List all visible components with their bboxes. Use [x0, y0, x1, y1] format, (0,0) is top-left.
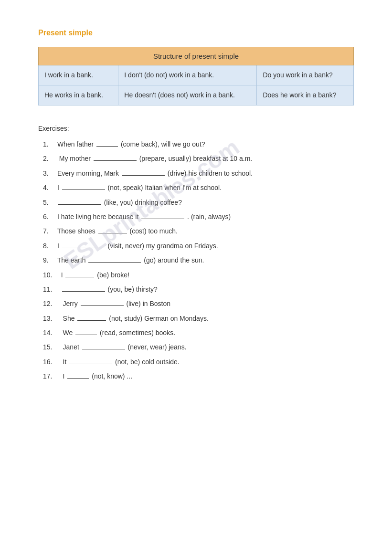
exercise-number: 2.	[43, 153, 55, 164]
blank[interactable]	[58, 204, 101, 205]
exercise-number: 17.	[43, 371, 55, 381]
exercise-number: 7.	[43, 226, 55, 236]
list-item: 1. When father (come back), will we go o…	[38, 139, 354, 149]
table-header: Structure of present simple	[39, 47, 354, 65]
list-item: 9. The earth (go) around the sun.	[38, 255, 354, 265]
table-cell-r2c1: He works in a bank.	[39, 85, 118, 105]
exercise-number: 16.	[43, 357, 55, 367]
blank[interactable]	[75, 335, 97, 335]
list-item: 17. I (not, know) ...	[38, 371, 354, 381]
blank[interactable]	[62, 248, 105, 248]
blank[interactable]	[96, 146, 118, 147]
blank[interactable]	[122, 175, 165, 176]
page-title: Present simple	[38, 29, 354, 37]
blank[interactable]	[62, 291, 105, 292]
list-item: 16. It (not, be) cold outside.	[38, 357, 354, 367]
exercises-label: Exercises:	[38, 125, 354, 132]
table-cell-r1c1: I work in a bank.	[39, 65, 118, 85]
blank[interactable]	[88, 262, 141, 263]
blank[interactable]	[82, 349, 125, 349]
exercises-list: 1. When father (come back), will we go o…	[38, 139, 354, 382]
exercise-number: 10.	[43, 270, 55, 280]
exercise-number: 6.	[43, 211, 55, 222]
list-item: 11. (you, be) thirsty?	[38, 284, 354, 295]
list-item: 13. She (not, study) German on Mondays.	[38, 313, 354, 324]
blank[interactable]	[69, 364, 112, 364]
blank[interactable]	[77, 320, 106, 321]
blank[interactable]	[62, 190, 105, 190]
list-item: 14. We (read, sometimes) books.	[38, 327, 354, 338]
exercise-number: 11.	[43, 284, 55, 295]
structure-table: Structure of present simple I work in a …	[38, 47, 354, 105]
blank[interactable]	[94, 160, 137, 161]
list-item: 12. Jerry (live) in Boston	[38, 298, 354, 309]
exercise-number: 3.	[43, 168, 55, 179]
list-item: 2. My mother (prepare, usually) breakfas…	[38, 153, 354, 164]
exercise-number: 5.	[43, 197, 55, 208]
list-item: 8. I (visit, never) my grandma on Friday…	[38, 241, 354, 251]
exercise-number: 4.	[43, 182, 55, 193]
exercise-number: 15.	[43, 342, 55, 352]
exercises-section: Exercises: 1. When father (come back), w…	[38, 125, 354, 382]
exercise-number: 9.	[43, 255, 55, 265]
table-cell-r2c2: He doesn't (does not) work in a bank.	[118, 85, 257, 105]
list-item: 10. I (be) broke!	[38, 270, 354, 280]
blank[interactable]	[65, 277, 94, 277]
exercise-number: 13.	[43, 313, 55, 324]
exercise-number: 1.	[43, 139, 55, 149]
table-cell-r1c3: Do you work in a bank?	[257, 65, 354, 85]
blank[interactable]	[141, 219, 184, 219]
exercise-number: 8.	[43, 241, 55, 251]
blank[interactable]	[98, 233, 127, 233]
exercise-number: 14.	[43, 327, 55, 338]
table-cell-r2c3: Does he work in a bank?	[257, 85, 354, 105]
blank[interactable]	[67, 378, 89, 379]
list-item: 4. I (not, speak) Italian when I'm at sc…	[38, 182, 354, 193]
list-item: 15. Janet (never, wear) jeans.	[38, 342, 354, 352]
exercise-number: 12.	[43, 298, 55, 309]
list-item: 7. Those shoes (cost) too much.	[38, 226, 354, 236]
blank[interactable]	[81, 305, 124, 306]
list-item: 3. Every morning, Mark (drive) his child…	[38, 168, 354, 179]
list-item: 6. I hate living here because it . (rain…	[38, 211, 354, 222]
table-cell-r1c2: I don't (do not) work in a bank.	[118, 65, 257, 85]
list-item: 5. (like, you) drinking coffee?	[38, 197, 354, 208]
